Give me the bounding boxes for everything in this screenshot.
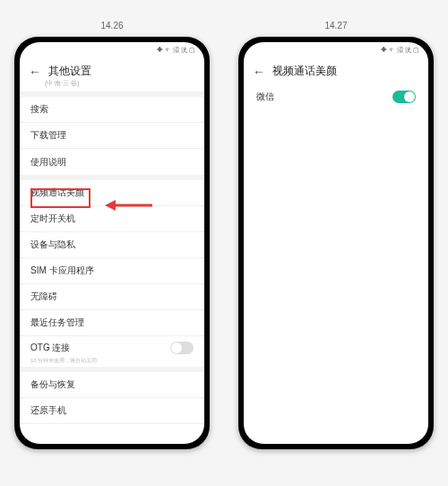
page-title-right: 视频通话美颜	[272, 64, 337, 79]
otg-toggle[interactable]	[170, 342, 194, 354]
item-otg[interactable]: OTG 连接 10 分钟未使用，将自动关闭	[20, 336, 204, 367]
external-time-right: 14.27	[324, 21, 347, 30]
item-recent-tasks[interactable]: 最近任务管理	[20, 310, 204, 336]
item-scheduled-power[interactable]: 定时开关机	[20, 206, 204, 232]
phone-left: 14.26 ✦ ᯤ 沼 洸 ▢ ← 其他设置 (中·南·三·谷) 搜索 下载管理…	[14, 37, 210, 449]
screen-left: ✦ ᯤ 沼 洸 ▢ ← 其他设置 (中·南·三·谷) 搜索 下载管理 使用说明 …	[20, 42, 204, 444]
settings-list: 搜索 下载管理 使用说明 视频通话美颜 定时开关机 设备与隐私 SIM 卡应用程…	[20, 97, 204, 444]
item-sim-app[interactable]: SIM 卡应用程序	[20, 258, 204, 284]
item-device-privacy[interactable]: 设备与隐私	[20, 232, 204, 258]
statusbar-right: ✦ ᯤ 沼 洸 ▢	[244, 42, 428, 58]
item-otg-label: OTG 连接	[30, 342, 70, 354]
item-otg-sub: 10 分钟未使用，将自动关闭	[30, 357, 97, 365]
wechat-toggle[interactable]	[392, 91, 416, 103]
statusbar-left: ✦ ᯤ 沼 洸 ▢	[20, 42, 204, 58]
header-sub-left: (中·南·三·谷)	[20, 79, 204, 91]
item-download[interactable]: 下载管理	[20, 123, 204, 149]
item-accessibility[interactable]: 无障碍	[20, 284, 204, 310]
back-icon[interactable]: ←	[253, 65, 265, 79]
item-wechat-label: 微信	[256, 91, 274, 103]
item-backup[interactable]: 备份与恢复	[20, 372, 204, 398]
screen-right: ✦ ᯤ 沼 洸 ▢ ← 视频通话美颜 微信	[244, 42, 428, 444]
header-right: ← 视频通话美颜	[244, 58, 428, 82]
item-video-beauty[interactable]: 视频通话美颜	[20, 180, 204, 206]
back-icon[interactable]: ←	[29, 65, 41, 79]
item-wechat[interactable]: 微信	[244, 82, 428, 111]
item-reset[interactable]: 还原手机	[20, 398, 204, 424]
item-instructions[interactable]: 使用说明	[20, 149, 204, 175]
page-title-left: 其他设置	[48, 64, 91, 79]
phone-right: 14.27 ✦ ᯤ 沼 洸 ▢ ← 视频通话美颜 微信	[238, 37, 434, 449]
item-search[interactable]: 搜索	[20, 97, 204, 123]
external-time-left: 14.26	[100, 21, 123, 30]
